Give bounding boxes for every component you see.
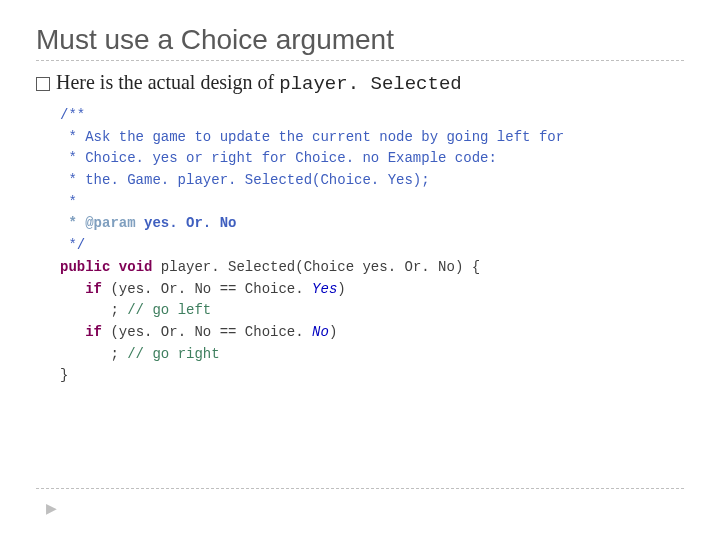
- square-bullet-icon: [36, 77, 50, 91]
- kw-public: public: [60, 259, 110, 275]
- lead-prefix: Here is the actual design of: [56, 71, 279, 93]
- slide-title: Must use a Choice argument: [36, 24, 684, 56]
- cond1-close: ): [337, 281, 345, 297]
- bullet-line: Here is the actual design of player. Sel…: [36, 71, 684, 95]
- code-block: /** * Ask the game to update the current…: [60, 105, 684, 387]
- footer-divider: [36, 488, 684, 489]
- cond2-close: ): [329, 324, 337, 340]
- lead-text: Here is the actual design of player. Sel…: [56, 71, 462, 95]
- doc-line: /**: [60, 107, 85, 123]
- comment-left: // go left: [127, 302, 211, 318]
- title-divider: [36, 60, 684, 61]
- const-yes: Yes: [312, 281, 337, 297]
- lead-code: player. Selected: [279, 73, 461, 95]
- doc-line: * the. Game. player. Selected(Choice. Ye…: [60, 172, 430, 188]
- cond1-a: (yes. Or. No == Choice.: [102, 281, 312, 297]
- cond2-a: (yes. Or. No == Choice.: [102, 324, 312, 340]
- stmt2: ;: [60, 346, 127, 362]
- kw-if: if: [85, 324, 102, 340]
- doc-line: */: [60, 237, 85, 253]
- code-end: }: [60, 367, 68, 383]
- play-icon: ▶: [46, 500, 57, 516]
- doc-line: *: [60, 194, 85, 210]
- kw-void: void: [119, 259, 153, 275]
- kw-if: if: [85, 281, 102, 297]
- const-no: No: [312, 324, 329, 340]
- comment-right: // go right: [127, 346, 219, 362]
- stmt1: ;: [60, 302, 127, 318]
- doc-arg: yes. Or. No: [136, 215, 237, 231]
- doc-line: * Choice. yes or right for Choice. no Ex…: [60, 150, 497, 166]
- sig-rest: player. Selected(Choice yes. Or. No) {: [152, 259, 480, 275]
- doc-line: * Ask the game to update the current nod…: [60, 129, 564, 145]
- doc-tag: * @param: [60, 215, 136, 231]
